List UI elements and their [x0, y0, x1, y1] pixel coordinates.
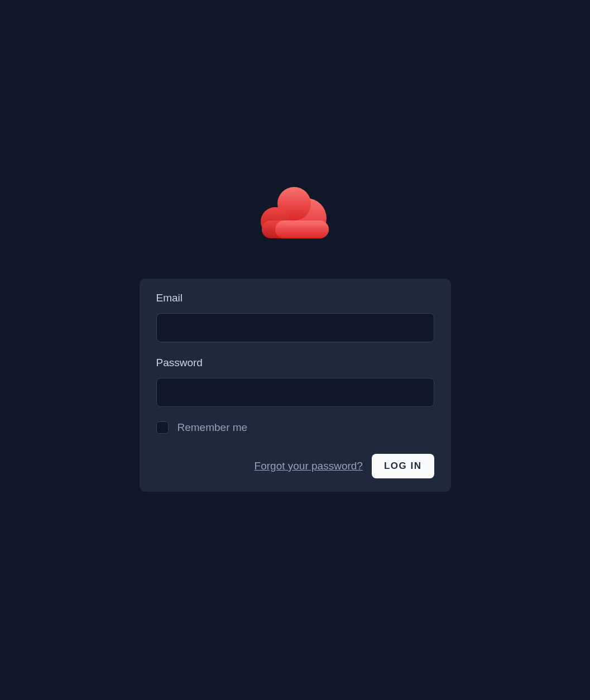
password-input[interactable]	[156, 378, 434, 407]
remember-checkbox[interactable]	[156, 421, 169, 434]
remember-label[interactable]: Remember me	[178, 421, 248, 434]
email-label: Email	[156, 292, 434, 304]
svg-rect-4	[275, 220, 329, 238]
login-card: Email Password Remember me Forgot your p…	[140, 279, 451, 492]
actions-row: Forgot your password? LOG IN	[156, 454, 434, 478]
remember-row: Remember me	[156, 421, 434, 434]
login-button[interactable]: LOG IN	[372, 454, 434, 478]
password-label: Password	[156, 357, 434, 369]
forgot-password-link[interactable]: Forgot your password?	[255, 460, 363, 472]
cloud-logo-icon	[256, 186, 334, 241]
login-container: Email Password Remember me Forgot your p…	[140, 186, 451, 492]
email-input[interactable]	[156, 313, 434, 342]
